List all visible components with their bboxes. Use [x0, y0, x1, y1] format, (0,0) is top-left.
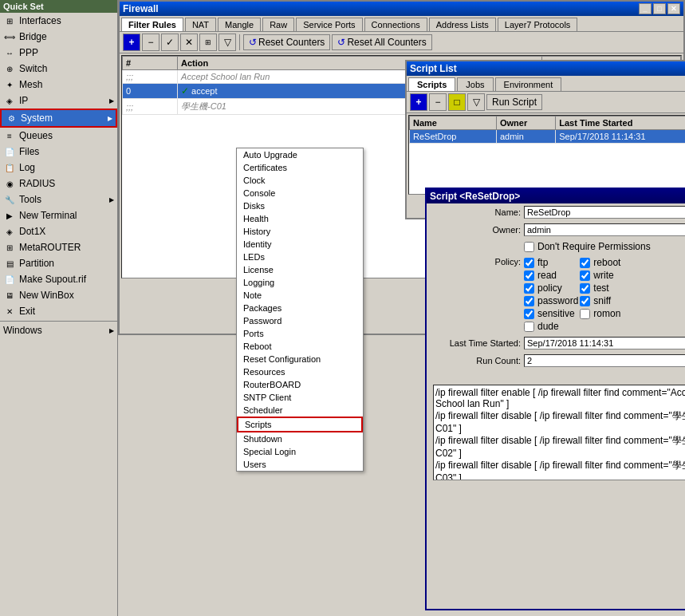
sidebar-item-partition[interactable]: ▤ Partition: [0, 255, 117, 271]
menu-note[interactable]: Note: [237, 289, 363, 302]
reset-counters-btn[interactable]: ↺ Reset Counters: [243, 34, 330, 50]
tab-raw[interactable]: Raw: [262, 18, 294, 31]
sidebar-item-new-terminal[interactable]: ▶ New Terminal: [0, 207, 117, 223]
sidebar-item-windows[interactable]: Windows: [0, 323, 117, 338]
menu-password[interactable]: Password: [237, 314, 363, 327]
menu-history[interactable]: History: [237, 225, 363, 238]
tab-connections[interactable]: Connections: [364, 18, 427, 31]
sidebar-item-new-winbox[interactable]: 🖥 New WinBox: [0, 287, 117, 303]
tab-service-ports[interactable]: Service Ports: [296, 18, 362, 31]
firewall-close-btn[interactable]: ✕: [667, 3, 680, 14]
remove-rule-btn[interactable]: −: [142, 34, 159, 51]
menu-resources[interactable]: Resources: [237, 365, 363, 378]
run-count-input[interactable]: [524, 354, 685, 367]
menu-shutdown[interactable]: Shutdown: [237, 432, 363, 445]
sidebar-item-interfaces[interactable]: ⊞ Interfaces: [0, 13, 117, 29]
sidebar-item-tools[interactable]: 🔧 Tools: [0, 192, 117, 207]
sidebar-item-queues[interactable]: ≡ Queues: [0, 128, 117, 144]
last-time-input[interactable]: [524, 337, 685, 349]
menu-certificates[interactable]: Certificates: [237, 161, 363, 174]
tab-scripts[interactable]: Scripts: [408, 77, 455, 91]
policy-sniff-checkbox[interactable]: [580, 296, 590, 306]
sidebar-item-system[interactable]: ⚙ System: [0, 109, 117, 128]
add-rule-btn[interactable]: +: [123, 34, 140, 51]
menu-ports[interactable]: Ports: [237, 327, 363, 340]
new-terminal-icon: ▶: [3, 209, 16, 222]
policy-label: Policy:: [433, 257, 521, 267]
firewall-minimize-btn[interactable]: _: [639, 3, 652, 14]
sidebar-item-ppp[interactable]: ↔ PPP: [0, 45, 117, 61]
disable-rule-btn[interactable]: ✕: [180, 34, 198, 51]
sidebar-item-make-supout[interactable]: 📄 Make Supout.rif: [0, 271, 117, 287]
sidebar-item-switch[interactable]: ⊕ Switch: [0, 61, 117, 77]
script-detail-title: Script <ReSetDrop>: [430, 191, 520, 202]
tab-environment[interactable]: Environment: [495, 77, 562, 91]
tab-address-lists[interactable]: Address Lists: [429, 18, 496, 31]
menu-reboot[interactable]: Reboot: [237, 340, 363, 353]
menu-identity[interactable]: Identity: [237, 238, 363, 251]
policy-write-checkbox[interactable]: [580, 270, 590, 281]
policy-password-checkbox[interactable]: [524, 296, 534, 306]
menu-auto-upgrade[interactable]: Auto Upgrade: [237, 148, 363, 161]
sidebar-item-metarouter[interactable]: ⊞ MetaROUTER: [0, 239, 117, 255]
tab-filter-rules[interactable]: Filter Rules: [121, 18, 183, 31]
tab-mangle[interactable]: Mangle: [218, 18, 261, 31]
copy-rule-btn[interactable]: ⊞: [199, 34, 217, 51]
sidebar-item-ip[interactable]: ◈ IP: [0, 93, 117, 109]
menu-health[interactable]: Health: [237, 212, 363, 225]
policy-read-checkbox[interactable]: [524, 270, 534, 281]
name-row: Name: ▲: [427, 203, 685, 221]
no-permissions-checkbox[interactable]: [524, 242, 534, 252]
policy-test-checkbox[interactable]: [580, 283, 590, 294]
menu-sntp[interactable]: SNTP Client: [237, 391, 363, 404]
menu-scripts[interactable]: Scripts: [237, 417, 363, 432]
reset-all-counters-btn[interactable]: ↺ Reset All Counters: [332, 34, 431, 50]
tab-layer7[interactable]: Layer7 Protocols: [498, 18, 578, 31]
menu-scheduler[interactable]: Scheduler: [237, 404, 363, 417]
sidebar-item-exit[interactable]: ✕ Exit: [0, 303, 117, 319]
quick-set-header[interactable]: Quick Set: [0, 0, 117, 13]
toolbar-sep1: [239, 34, 240, 50]
sidebar-item-bridge[interactable]: ⟺ Bridge: [0, 29, 117, 45]
filter-rule-btn[interactable]: ▽: [218, 34, 236, 51]
policy-dude-checkbox[interactable]: [524, 322, 534, 332]
menu-disks[interactable]: Disks: [237, 199, 363, 212]
enable-rule-btn[interactable]: ✓: [161, 34, 179, 51]
sidebar-item-log[interactable]: 📋 Log: [0, 160, 117, 176]
policy-sensitive-checkbox[interactable]: [524, 309, 534, 319]
add-script-btn[interactable]: +: [410, 93, 427, 111]
name-input[interactable]: [524, 206, 685, 219]
source-code-area[interactable]: /ip firewall filter enable [ /ip firewal…: [433, 385, 685, 480]
run-script-toolbar-btn[interactable]: Run Script: [486, 94, 542, 110]
policy-sniff: sniff: [580, 295, 634, 306]
menu-reset-config[interactable]: Reset Configuration: [237, 353, 363, 365]
sidebar-item-files[interactable]: 📄 Files: [0, 144, 117, 160]
sidebar-item-mesh[interactable]: ✦ Mesh: [0, 77, 117, 93]
tab-nat[interactable]: NAT: [185, 18, 216, 31]
script-detail-titlebar: Script <ReSetDrop> _ □ ✕: [427, 189, 685, 203]
tab-jobs[interactable]: Jobs: [457, 77, 493, 91]
menu-console[interactable]: Console: [237, 187, 363, 199]
table-row[interactable]: ReSetDrop admin Sep/17/2018 11:14:31: [410, 130, 686, 144]
script-list-table: Name Owner Last Time Started Run Cou ReS…: [409, 116, 685, 144]
sidebar-item-radius[interactable]: ◉ RADIUS: [0, 176, 117, 192]
menu-routerboard[interactable]: RouterBOARD: [237, 378, 363, 391]
menu-logging[interactable]: Logging: [237, 276, 363, 289]
menu-users[interactable]: Users: [237, 458, 363, 471]
filter-script-btn[interactable]: ▽: [467, 93, 485, 111]
policy-row: Policy: ftp reboot read: [427, 255, 685, 334]
remove-script-btn[interactable]: −: [429, 93, 447, 111]
owner-input[interactable]: [524, 223, 685, 236]
firewall-maximize-btn[interactable]: □: [653, 3, 666, 14]
policy-reboot-checkbox[interactable]: [580, 258, 590, 268]
sidebar-item-dot1x[interactable]: ◈ Dot1X: [0, 223, 117, 239]
policy-ftp-checkbox[interactable]: [524, 258, 534, 268]
policy-romon-checkbox[interactable]: [580, 309, 590, 319]
menu-clock[interactable]: Clock: [237, 174, 363, 187]
menu-leds[interactable]: LEDs: [237, 251, 363, 263]
menu-packages[interactable]: Packages: [237, 302, 363, 314]
square-btn[interactable]: □: [448, 93, 466, 111]
policy-policy-checkbox[interactable]: [524, 283, 534, 294]
menu-special-login[interactable]: Special Login: [237, 445, 363, 458]
menu-license[interactable]: License: [237, 263, 363, 276]
